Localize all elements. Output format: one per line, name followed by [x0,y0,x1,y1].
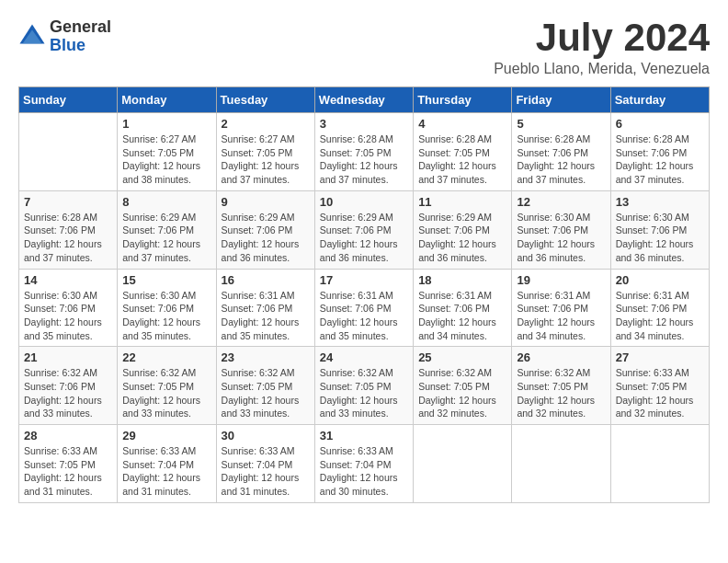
day-info: Sunrise: 6:28 AM Sunset: 7:06 PM Dayligh… [517,132,605,187]
day-number: 26 [517,350,605,364]
day-cell: 13Sunrise: 6:30 AM Sunset: 7:06 PM Dayli… [610,190,709,269]
day-cell: 30Sunrise: 6:33 AM Sunset: 7:04 PM Dayli… [216,425,314,503]
day-cell: 4Sunrise: 6:28 AM Sunset: 7:05 PM Daylig… [414,113,512,191]
day-info: Sunrise: 6:28 AM Sunset: 7:05 PM Dayligh… [320,132,408,187]
week-row-1: 1Sunrise: 6:27 AM Sunset: 7:05 PM Daylig… [19,113,710,191]
day-cell: 17Sunrise: 6:31 AM Sunset: 7:06 PM Dayli… [314,269,413,347]
day-info: Sunrise: 6:29 AM Sunset: 7:06 PM Dayligh… [418,211,506,265]
day-number: 6 [616,117,704,131]
day-number: 30 [222,429,310,442]
day-number: 1 [122,117,210,131]
day-info: Sunrise: 6:33 AM Sunset: 7:04 PM Dayligh… [222,444,310,499]
day-cell: 23Sunrise: 6:32 AM Sunset: 7:05 PM Dayli… [216,347,314,425]
day-header-sunday: Sunday [19,87,118,113]
day-number: 17 [320,273,408,287]
day-info: Sunrise: 6:29 AM Sunset: 7:06 PM Dayligh… [122,211,210,265]
day-info: Sunrise: 6:33 AM Sunset: 7:05 PM Dayligh… [24,444,112,499]
day-cell: 21Sunrise: 6:32 AM Sunset: 7:06 PM Dayli… [19,347,118,425]
day-info: Sunrise: 6:27 AM Sunset: 7:05 PM Dayligh… [222,132,310,187]
day-info: Sunrise: 6:30 AM Sunset: 7:06 PM Dayligh… [122,289,210,343]
day-number: 21 [24,350,112,364]
day-number: 28 [24,429,112,442]
day-info: Sunrise: 6:30 AM Sunset: 7:06 PM Dayligh… [517,211,605,265]
day-header-thursday: Thursday [414,87,512,113]
day-info: Sunrise: 6:33 AM Sunset: 7:04 PM Dayligh… [122,444,210,499]
day-cell: 3Sunrise: 6:28 AM Sunset: 7:05 PM Daylig… [314,113,413,191]
day-number: 22 [122,350,210,364]
day-cell: 22Sunrise: 6:32 AM Sunset: 7:05 PM Dayli… [118,347,216,425]
day-info: Sunrise: 6:31 AM Sunset: 7:06 PM Dayligh… [320,289,408,343]
day-cell: 29Sunrise: 6:33 AM Sunset: 7:04 PM Dayli… [118,425,216,503]
day-info: Sunrise: 6:28 AM Sunset: 7:06 PM Dayligh… [24,211,112,265]
day-info: Sunrise: 6:30 AM Sunset: 7:06 PM Dayligh… [24,289,112,343]
day-cell: 7Sunrise: 6:28 AM Sunset: 7:06 PM Daylig… [19,190,118,269]
day-cell: 31Sunrise: 6:33 AM Sunset: 7:04 PM Dayli… [314,425,413,503]
calendar-body: 1Sunrise: 6:27 AM Sunset: 7:05 PM Daylig… [19,113,710,503]
day-info: Sunrise: 6:31 AM Sunset: 7:06 PM Dayligh… [616,289,704,343]
day-cell: 10Sunrise: 6:29 AM Sunset: 7:06 PM Dayli… [314,190,413,269]
day-info: Sunrise: 6:32 AM Sunset: 7:05 PM Dayligh… [222,366,310,420]
day-cell [512,425,610,503]
day-number: 16 [222,273,310,287]
day-header-wednesday: Wednesday [314,87,413,113]
day-info: Sunrise: 6:32 AM Sunset: 7:05 PM Dayligh… [517,366,605,420]
day-cell [414,425,512,503]
day-info: Sunrise: 6:27 AM Sunset: 7:05 PM Dayligh… [122,132,210,187]
logo-general: General [50,18,111,37]
day-number: 19 [517,273,605,287]
day-number: 24 [320,350,408,364]
day-info: Sunrise: 6:30 AM Sunset: 7:06 PM Dayligh… [616,211,704,265]
location-title: Pueblo Llano, Merida, Venezuela [494,61,710,77]
day-info: Sunrise: 6:29 AM Sunset: 7:06 PM Dayligh… [222,211,310,265]
logo-icon [18,23,46,51]
day-info: Sunrise: 6:29 AM Sunset: 7:06 PM Dayligh… [320,211,408,265]
day-number: 15 [122,273,210,287]
day-header-monday: Monday [118,87,216,113]
header-row: SundayMondayTuesdayWednesdayThursdayFrid… [19,87,710,113]
day-number: 3 [320,117,408,131]
day-cell: 8Sunrise: 6:29 AM Sunset: 7:06 PM Daylig… [118,190,216,269]
day-number: 12 [517,195,605,209]
day-info: Sunrise: 6:28 AM Sunset: 7:06 PM Dayligh… [616,132,704,187]
day-cell: 12Sunrise: 6:30 AM Sunset: 7:06 PM Dayli… [512,190,610,269]
week-row-5: 28Sunrise: 6:33 AM Sunset: 7:05 PM Dayli… [19,425,710,503]
day-cell: 26Sunrise: 6:32 AM Sunset: 7:05 PM Dayli… [512,347,610,425]
calendar: SundayMondayTuesdayWednesdayThursdayFrid… [18,86,710,503]
day-cell: 2Sunrise: 6:27 AM Sunset: 7:05 PM Daylig… [216,113,314,191]
day-cell: 9Sunrise: 6:29 AM Sunset: 7:06 PM Daylig… [216,190,314,269]
day-info: Sunrise: 6:32 AM Sunset: 7:05 PM Dayligh… [418,366,506,420]
title-area: July 2024 Pueblo Llano, Merida, Venezuel… [494,18,710,77]
day-cell: 18Sunrise: 6:31 AM Sunset: 7:06 PM Dayli… [414,269,512,347]
logo-text: General Blue [50,18,111,55]
day-number: 13 [616,195,704,209]
day-info: Sunrise: 6:32 AM Sunset: 7:05 PM Dayligh… [320,366,408,420]
day-info: Sunrise: 6:32 AM Sunset: 7:06 PM Dayligh… [24,366,112,420]
day-info: Sunrise: 6:33 AM Sunset: 7:04 PM Dayligh… [320,444,408,499]
day-info: Sunrise: 6:31 AM Sunset: 7:06 PM Dayligh… [222,289,310,343]
day-cell: 15Sunrise: 6:30 AM Sunset: 7:06 PM Dayli… [118,269,216,347]
day-number: 2 [222,117,310,131]
day-info: Sunrise: 6:31 AM Sunset: 7:06 PM Dayligh… [517,289,605,343]
day-cell: 1Sunrise: 6:27 AM Sunset: 7:05 PM Daylig… [118,113,216,191]
day-number: 29 [122,429,210,442]
day-cell: 27Sunrise: 6:33 AM Sunset: 7:05 PM Dayli… [610,347,709,425]
day-number: 23 [222,350,310,364]
header: General Blue July 2024 Pueblo Llano, Mer… [18,18,710,77]
day-cell: 14Sunrise: 6:30 AM Sunset: 7:06 PM Dayli… [19,269,118,347]
day-cell: 24Sunrise: 6:32 AM Sunset: 7:05 PM Dayli… [314,347,413,425]
day-number: 10 [320,195,408,209]
day-number: 27 [616,350,704,364]
day-info: Sunrise: 6:33 AM Sunset: 7:05 PM Dayligh… [616,366,704,420]
day-number: 18 [418,273,506,287]
day-cell: 19Sunrise: 6:31 AM Sunset: 7:06 PM Dayli… [512,269,610,347]
week-row-2: 7Sunrise: 6:28 AM Sunset: 7:06 PM Daylig… [19,190,710,269]
day-number: 11 [418,195,506,209]
day-cell [19,113,118,191]
day-cell: 16Sunrise: 6:31 AM Sunset: 7:06 PM Dayli… [216,269,314,347]
day-info: Sunrise: 6:28 AM Sunset: 7:05 PM Dayligh… [418,132,506,187]
day-number: 20 [616,273,704,287]
logo-blue: Blue [50,37,111,55]
day-number: 31 [320,429,408,442]
day-number: 8 [122,195,210,209]
day-cell: 5Sunrise: 6:28 AM Sunset: 7:06 PM Daylig… [512,113,610,191]
